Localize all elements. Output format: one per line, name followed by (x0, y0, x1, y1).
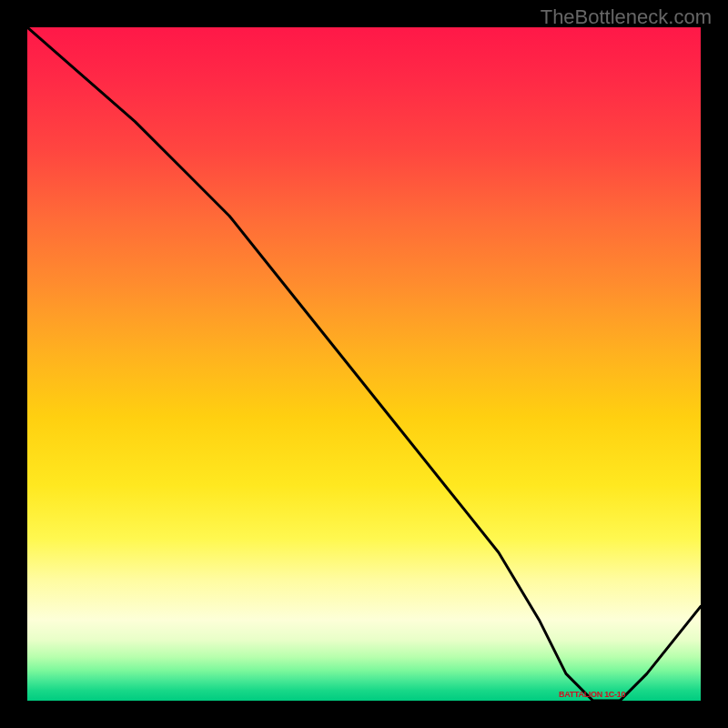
watermark-text: TheBottleneck.com (541, 5, 712, 29)
chart-curve (27, 27, 701, 701)
chart-plot-area: BATTALION 1C-10 (27, 27, 701, 701)
overlay-series-label: BATTALION 1C-10 (559, 690, 625, 699)
